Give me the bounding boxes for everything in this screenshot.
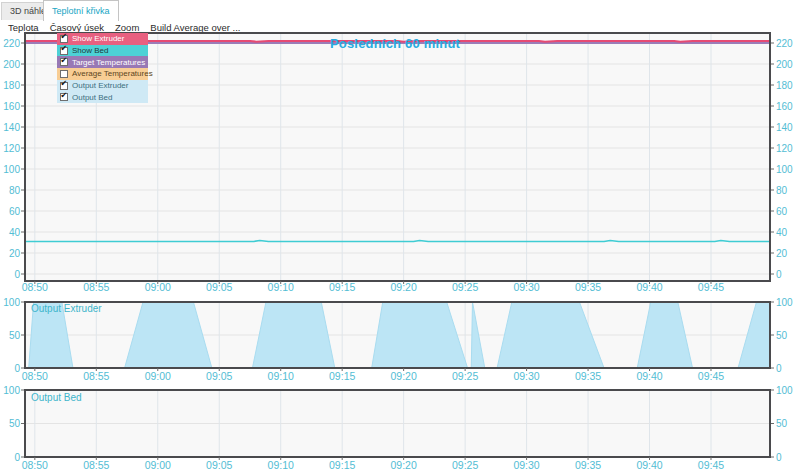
svg-text:09:05: 09:05 <box>206 459 232 471</box>
svg-text:200: 200 <box>776 59 793 70</box>
svg-text:100: 100 <box>3 164 20 175</box>
svg-text:09:00: 09:00 <box>145 459 171 471</box>
svg-text:09:25: 09:25 <box>452 281 478 293</box>
svg-text:08:55: 08:55 <box>83 281 109 293</box>
legend-average-temperatures[interactable]: Average Temperatures <box>57 68 148 80</box>
legend-label: Show Bed <box>72 46 108 55</box>
svg-text:140: 140 <box>3 122 20 133</box>
svg-text:08:50: 08:50 <box>22 370 48 382</box>
svg-text:09:00: 09:00 <box>145 370 171 382</box>
svg-text:50: 50 <box>776 330 788 341</box>
svg-text:220: 220 <box>3 38 20 49</box>
svg-text:140: 140 <box>776 122 793 133</box>
svg-text:100: 100 <box>776 297 793 308</box>
svg-text:09:35: 09:35 <box>575 459 601 471</box>
svg-text:08:55: 08:55 <box>83 459 109 471</box>
svg-text:0: 0 <box>776 269 782 280</box>
svg-text:0: 0 <box>14 363 20 374</box>
svg-text:180: 180 <box>776 80 793 91</box>
output-extruder-checkbox[interactable]: ✔ <box>60 82 68 90</box>
svg-text:50: 50 <box>9 330 21 341</box>
svg-text:09:20: 09:20 <box>391 370 417 382</box>
svg-text:09:45: 09:45 <box>698 459 724 471</box>
show-extruder-checkbox[interactable]: ✔ <box>60 35 68 43</box>
legend-show-bed[interactable]: ✔ Show Bed <box>57 45 148 57</box>
output-extruder-chart[interactable]: 00505010010008:5008:5509:0009:0509:1009:… <box>0 294 800 382</box>
svg-text:20: 20 <box>776 248 788 259</box>
svg-text:0: 0 <box>14 452 20 463</box>
svg-text:09:40: 09:40 <box>636 281 662 293</box>
tab-bar: 3D náhled Teplotní křivka <box>0 0 800 21</box>
svg-text:09:10: 09:10 <box>268 370 294 382</box>
svg-text:09:30: 09:30 <box>513 459 539 471</box>
svg-text:09:05: 09:05 <box>206 370 232 382</box>
svg-text:09:45: 09:45 <box>698 370 724 382</box>
svg-text:40: 40 <box>9 227 21 238</box>
svg-text:160: 160 <box>776 101 793 112</box>
legend-label: Average Temperatures <box>72 69 153 78</box>
svg-text:100: 100 <box>3 297 20 308</box>
svg-text:160: 160 <box>3 101 20 112</box>
svg-text:20: 20 <box>9 248 21 259</box>
svg-text:09:15: 09:15 <box>329 459 355 471</box>
svg-text:50: 50 <box>9 418 21 429</box>
svg-text:220: 220 <box>776 38 793 49</box>
svg-text:60: 60 <box>776 206 788 217</box>
output-bed-chart[interactable]: 00505010010008:5008:5509:0009:0509:1009:… <box>0 384 800 475</box>
show-bed-checkbox[interactable]: ✔ <box>60 47 68 55</box>
svg-text:200: 200 <box>3 59 20 70</box>
svg-text:0: 0 <box>776 452 782 463</box>
legend-output-extruder[interactable]: ✔ Output Extruder <box>57 80 148 92</box>
tab-temperature-curve[interactable]: Teplotní křivka <box>43 0 119 21</box>
svg-text:09:40: 09:40 <box>636 370 662 382</box>
legend-label: Show Extruder <box>72 34 124 43</box>
legend-output-bed[interactable]: ✔ Output Bed <box>57 91 148 103</box>
svg-text:40: 40 <box>776 227 788 238</box>
svg-text:09:45: 09:45 <box>698 281 724 293</box>
legend-show-extruder[interactable]: ✔ Show Extruder <box>57 33 148 45</box>
svg-text:09:20: 09:20 <box>391 459 417 471</box>
svg-text:120: 120 <box>776 143 793 154</box>
chart-legend: ✔ Show Extruder ✔ Show Bed ✔ Target Temp… <box>57 33 148 103</box>
svg-text:120: 120 <box>3 143 20 154</box>
svg-text:180: 180 <box>3 80 20 91</box>
svg-text:09:15: 09:15 <box>329 281 355 293</box>
svg-text:09:35: 09:35 <box>575 370 601 382</box>
svg-text:09:10: 09:10 <box>268 281 294 293</box>
svg-text:09:10: 09:10 <box>268 459 294 471</box>
legend-target-temperatures[interactable]: ✔ Target Temperatures <box>57 56 148 68</box>
svg-text:09:00: 09:00 <box>145 281 171 293</box>
average-temperatures-checkbox[interactable] <box>60 70 68 78</box>
svg-text:08:50: 08:50 <box>22 281 48 293</box>
svg-text:0: 0 <box>776 363 782 374</box>
svg-text:09:30: 09:30 <box>513 370 539 382</box>
app-window: 3D náhled Teplotní křivka Teplota Časový… <box>0 0 800 475</box>
legend-label: Output Bed <box>72 93 112 102</box>
target-temperatures-checkbox[interactable]: ✔ <box>60 58 68 66</box>
svg-text:09:25: 09:25 <box>452 459 478 471</box>
svg-text:100: 100 <box>776 164 793 175</box>
svg-text:100: 100 <box>776 385 793 396</box>
svg-text:0: 0 <box>14 269 20 280</box>
svg-text:09:35: 09:35 <box>575 281 601 293</box>
legend-label: Target Temperatures <box>72 58 145 67</box>
svg-text:100: 100 <box>3 385 20 396</box>
svg-text:09:25: 09:25 <box>452 370 478 382</box>
svg-text:09:15: 09:15 <box>329 370 355 382</box>
legend-label: Output Extruder <box>72 81 128 90</box>
svg-text:60: 60 <box>9 206 21 217</box>
svg-text:08:55: 08:55 <box>83 370 109 382</box>
svg-text:09:30: 09:30 <box>513 281 539 293</box>
svg-text:80: 80 <box>776 185 788 196</box>
svg-text:08:50: 08:50 <box>22 459 48 471</box>
svg-text:09:20: 09:20 <box>391 281 417 293</box>
output-bed-checkbox[interactable]: ✔ <box>60 93 68 101</box>
svg-text:09:40: 09:40 <box>636 459 662 471</box>
svg-text:80: 80 <box>9 185 21 196</box>
svg-text:50: 50 <box>776 418 788 429</box>
svg-text:09:05: 09:05 <box>206 281 232 293</box>
